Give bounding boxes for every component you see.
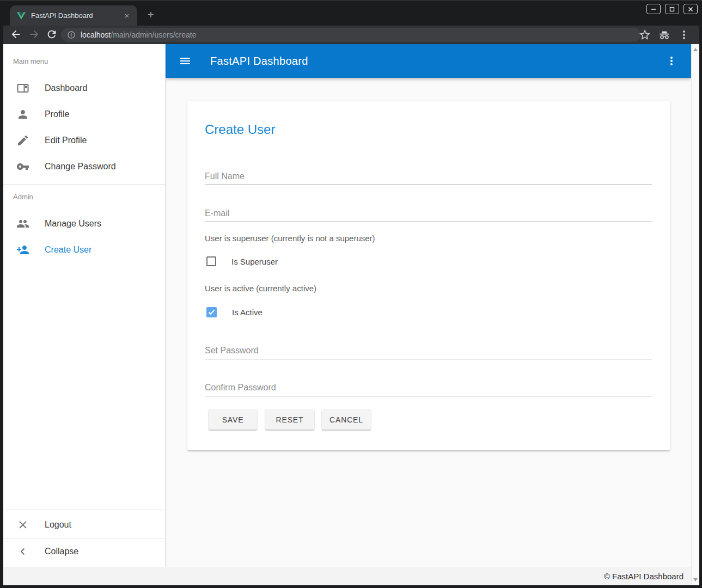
- sidebar-divider: [3, 510, 165, 510]
- key-icon: [16, 160, 29, 173]
- sidebar-item-logout[interactable]: Logout: [3, 512, 165, 538]
- email-field[interactable]: [205, 205, 652, 222]
- sidebar-item-label: Profile: [45, 109, 69, 119]
- sidebar-item-profile[interactable]: Profile: [3, 101, 165, 127]
- url-bar[interactable]: localhost/main/admin/users/create: [61, 28, 640, 42]
- page-scrollbar[interactable]: [691, 44, 699, 585]
- checkbox-label: Is Superuser: [231, 257, 278, 266]
- sidebar-item-label: Manage Users: [45, 219, 101, 229]
- checkbox-unchecked-icon[interactable]: [206, 256, 216, 266]
- reset-button[interactable]: RESET: [265, 409, 314, 430]
- people-icon: [16, 217, 29, 230]
- sidebar-item-dashboard[interactable]: Dashboard: [3, 75, 165, 101]
- checkbox-label: Is Active: [232, 308, 263, 317]
- new-tab-button[interactable]: +: [144, 8, 158, 22]
- star-icon[interactable]: [638, 28, 651, 41]
- browser-window: FastAPI Dashboard × +: [0, 0, 702, 588]
- forward-icon[interactable]: [28, 28, 41, 41]
- sidebar-item-change-password[interactable]: Change Password: [3, 154, 165, 180]
- pencil-icon: [16, 134, 29, 147]
- close-window-icon[interactable]: [683, 4, 698, 14]
- sidebar-section-header-main-menu: Main menu: [13, 57, 48, 65]
- tab-close-icon[interactable]: ×: [122, 11, 132, 21]
- vue-logo-icon: [17, 12, 26, 20]
- sidebar-item-label: Dashboard: [45, 83, 87, 93]
- incognito-icon: [658, 28, 671, 41]
- sidebar-section-header-admin: Admin: [13, 193, 33, 201]
- close-icon: [16, 518, 29, 531]
- sidebar-divider: [3, 184, 165, 185]
- browser-tab[interactable]: FastAPI Dashboard ×: [10, 5, 137, 26]
- superuser-hint: User is superuser (currently is not a su…: [205, 234, 375, 243]
- minimize-icon[interactable]: [646, 4, 661, 14]
- back-icon[interactable]: [10, 28, 23, 41]
- chevron-left-icon: [16, 545, 29, 558]
- cancel-button[interactable]: CANCEL: [322, 409, 371, 430]
- tab-title: FastAPI Dashboard: [31, 11, 122, 20]
- full-name-field[interactable]: [205, 168, 652, 185]
- confirm-password-field[interactable]: [205, 379, 652, 396]
- url-host: localhost: [81, 30, 111, 39]
- sidebar-item-label: Collapse: [45, 547, 78, 556]
- save-button[interactable]: SAVE: [209, 409, 257, 430]
- active-hint: User is active (currently active): [205, 284, 316, 293]
- page-footer: © FastAPI Dashboard: [3, 567, 691, 585]
- checkbox-checked-icon[interactable]: [206, 307, 217, 317]
- maximize-icon[interactable]: [665, 4, 679, 14]
- sidebar-item-label: Logout: [45, 520, 71, 530]
- sidebar-item-collapse[interactable]: Collapse: [3, 538, 165, 565]
- sidebar-item-label: Edit Profile: [45, 136, 87, 145]
- page-content: Main menu Dashboard Profile Edit Profile: [3, 44, 699, 585]
- sidebar-item-edit-profile[interactable]: Edit Profile: [3, 127, 165, 154]
- is-active-checkbox[interactable]: Is Active: [206, 307, 263, 317]
- url-path: /main/admin/users/create: [111, 30, 196, 39]
- browser-toolbar: localhost/main/admin/users/create: [3, 26, 699, 44]
- sidebar: Main menu Dashboard Profile Edit Profile: [3, 44, 166, 567]
- browser-titlebar: FastAPI Dashboard × +: [0, 1, 702, 26]
- sidebar-item-create-user[interactable]: Create User: [3, 237, 165, 263]
- sidebar-item-manage-users[interactable]: Manage Users: [3, 211, 165, 237]
- is-superuser-checkbox[interactable]: Is Superuser: [206, 256, 278, 266]
- person-add-icon: [16, 243, 29, 256]
- person-icon: [16, 108, 29, 121]
- copyright-text: © FastAPI Dashboard: [604, 572, 683, 581]
- appbar-kebab-menu-icon[interactable]: [665, 54, 678, 68]
- scrollbar-down-icon[interactable]: [693, 578, 698, 581]
- create-user-card: Create User User is superuser (currently…: [187, 101, 670, 450]
- scrollbar-up-icon[interactable]: [693, 48, 698, 51]
- browser-kebab-menu-icon[interactable]: [677, 28, 691, 41]
- info-icon[interactable]: [67, 30, 76, 39]
- dashboard-icon: [16, 82, 29, 95]
- hamburger-menu-icon[interactable]: [179, 54, 192, 68]
- window-controls: [646, 4, 698, 14]
- reload-icon[interactable]: [46, 28, 59, 41]
- sidebar-item-label: Create User: [45, 245, 91, 255]
- sidebar-item-label: Change Password: [45, 162, 116, 171]
- card-title: Create User: [205, 122, 275, 137]
- appbar: FastAPI Dashboard: [166, 44, 691, 78]
- set-password-field[interactable]: [205, 342, 652, 359]
- appbar-title: FastAPI Dashboard: [210, 55, 308, 68]
